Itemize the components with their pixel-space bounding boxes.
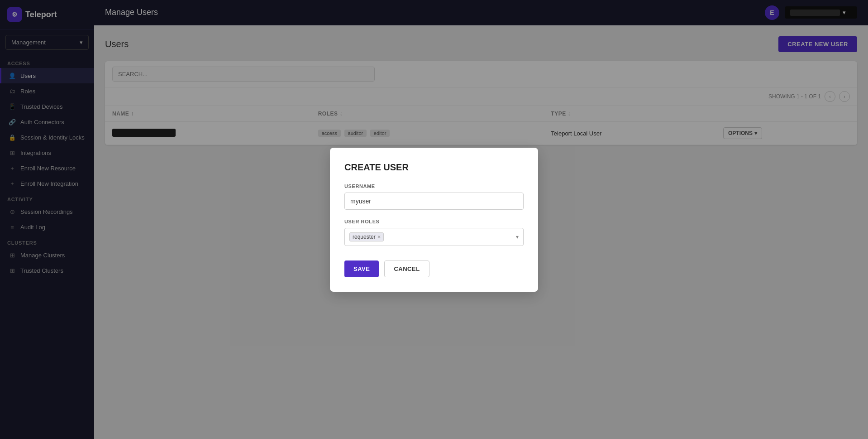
main-content: Manage Users E ▾ Users CREATE NEW USER S… xyxy=(94,0,868,439)
username-input[interactable] xyxy=(344,193,524,210)
role-tag-requester: requester × xyxy=(349,232,384,241)
roles-input-container[interactable]: requester × ▾ xyxy=(344,228,524,246)
roles-text-input[interactable] xyxy=(386,233,519,240)
modal-actions: SAVE CANCEL xyxy=(344,261,524,277)
cancel-button[interactable]: CANCEL xyxy=(384,261,429,277)
modal-overlay[interactable]: CREATE USER USERNAME USER ROLES requeste… xyxy=(94,25,868,439)
user-roles-label: USER ROLES xyxy=(344,219,524,224)
create-user-modal: CREATE USER USERNAME USER ROLES requeste… xyxy=(330,148,538,292)
username-label: USERNAME xyxy=(344,183,524,189)
save-button[interactable]: SAVE xyxy=(344,261,379,277)
role-tag-label: requester xyxy=(353,234,376,240)
role-tag-remove-button[interactable]: × xyxy=(377,234,381,240)
modal-title: CREATE USER xyxy=(344,162,524,173)
page-content: Users CREATE NEW USER SHOWING 1 - 1 OF 1… xyxy=(94,25,868,439)
roles-caret-icon: ▾ xyxy=(516,234,519,240)
